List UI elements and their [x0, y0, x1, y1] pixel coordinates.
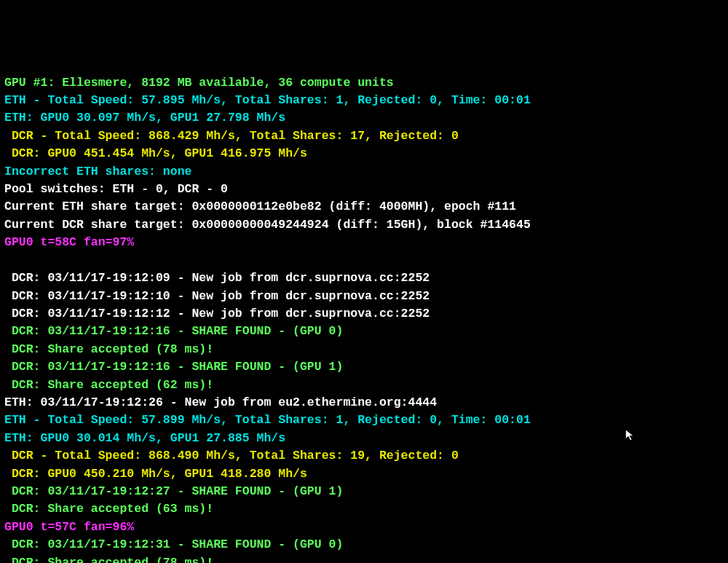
- terminal-line: [4, 252, 724, 269]
- terminal-line: ETH - Total Speed: 57.895 Mh/s, Total Sh…: [4, 92, 724, 109]
- terminal-text: DCR: GPU0 451.454 Mh/s, GPU1 416.975 Mh/…: [4, 146, 307, 160]
- terminal-text: DCR: 03/11/17-19:12:16 - SHARE FOUND - (…: [4, 360, 343, 374]
- terminal-line: GPU #1: Ellesmere, 8192 MB available, 36…: [4, 74, 724, 92]
- terminal-text: GPU #1: Ellesmere, 8192 MB available, 36…: [4, 76, 394, 90]
- terminal-text: DCR: Share accepted (78 ms)!: [4, 342, 213, 356]
- terminal-line: Pool switches: ETH - 0, DCR - 0: [4, 181, 724, 198]
- terminal-line: DCR - Total Speed: 868.429 Mh/s, Total S…: [4, 127, 724, 145]
- terminal-line: DCR: 03/11/17-19:12:10 - New job from dc…: [4, 288, 724, 305]
- terminal-line: DCR - Total Speed: 868.490 Mh/s, Total S…: [4, 447, 724, 465]
- terminal-text: DCR: GPU0 450.210 Mh/s, GPU1 418.280 Mh/…: [4, 467, 307, 481]
- terminal-line: DCR: 03/11/17-19:12:16 - SHARE FOUND - (…: [4, 358, 724, 376]
- terminal-text: DCR: 03/11/17-19:12:31 - SHARE FOUND - (…: [4, 538, 343, 551]
- terminal-line: ETH: GPU0 30.097 Mh/s, GPU1 27.798 Mh/s: [4, 109, 724, 127]
- terminal-text: [4, 253, 12, 267]
- terminal-text: DCR: Share accepted (62 ms)!: [4, 378, 213, 392]
- terminal-line: Incorrect ETH shares: none: [4, 163, 724, 181]
- terminal-text: DCR: 03/11/17-19:12:16 - SHARE FOUND - (…: [4, 324, 343, 338]
- terminal-line: ETH: 03/11/17-19:12:26 - New job from eu…: [4, 394, 724, 412]
- terminal-text: ETH - Total Speed: 57.899 Mh/s, Total Sh…: [4, 413, 531, 427]
- terminal-line: DCR: 03/11/17-19:12:27 - SHARE FOUND - (…: [4, 483, 724, 500]
- terminal-text: DCR: 03/11/17-19:12:10 - New job from dc…: [4, 289, 430, 303]
- terminal-text: ETH: GPU0 30.097 Mh/s, GPU1 27.798 Mh/s: [4, 111, 285, 125]
- terminal-text: DCR: 03/11/17-19:12:12 - New job from dc…: [4, 307, 430, 320]
- terminal-text: DCR: 03/11/17-19:12:27 - SHARE FOUND - (…: [4, 484, 343, 498]
- terminal-text: DCR - Total Speed: 868.429 Mh/s, Total S…: [4, 129, 459, 143]
- terminal-text: DCR - Total Speed: 868.490 Mh/s, Total S…: [4, 449, 459, 462]
- terminal-line: DCR: Share accepted (62 ms)!: [4, 377, 724, 394]
- terminal-line: Current DCR share target: 0x000000000492…: [4, 216, 724, 234]
- terminal-line: DCR: 03/11/17-19:12:16 - SHARE FOUND - (…: [4, 323, 724, 340]
- terminal-line: GPU0 t=57C fan=96%: [4, 519, 724, 536]
- terminal-line: DCR: 03/11/17-19:12:12 - New job from dc…: [4, 305, 724, 323]
- terminal-text: ETH - Total Speed: 57.895 Mh/s, Total Sh…: [4, 93, 531, 107]
- terminal-text: DCR: Share accepted (63 ms)!: [4, 502, 213, 516]
- terminal-text: Incorrect ETH shares: none: [4, 165, 191, 178]
- terminal-line: Current ETH share target: 0x0000000112e0…: [4, 198, 724, 216]
- terminal-text: Current DCR share target: 0x000000000492…: [4, 218, 531, 232]
- terminal-text: GPU0 t=57C fan=96%: [4, 520, 134, 534]
- terminal-line: DCR: GPU0 451.454 Mh/s, GPU1 416.975 Mh/…: [4, 145, 724, 162]
- terminal-text: ETH: 03/11/17-19:12:26 - New job from eu…: [4, 395, 437, 409]
- terminal-text: ETH: GPU0 30.014 Mh/s, GPU1 27.885 Mh/s: [4, 431, 285, 445]
- terminal-line: ETH: GPU0 30.014 Mh/s, GPU1 27.885 Mh/s: [4, 430, 724, 447]
- terminal-line: DCR: 03/11/17-19:12:31 - SHARE FOUND - (…: [4, 536, 724, 554]
- terminal-line: DCR: Share accepted (78 ms)!: [4, 554, 724, 563]
- terminal-line: DCR: GPU0 450.210 Mh/s, GPU1 418.280 Mh/…: [4, 465, 724, 483]
- terminal-text: Pool switches: ETH - 0, DCR - 0: [4, 182, 228, 196]
- terminal-line: DCR: Share accepted (63 ms)!: [4, 500, 724, 518]
- terminal-line: GPU0 t=58C fan=97%: [4, 234, 724, 251]
- terminal-text: GPU0 t=58C fan=97%: [4, 235, 134, 249]
- terminal-text: Current ETH share target: 0x0000000112e0…: [4, 200, 516, 213]
- terminal-line: DCR: Share accepted (78 ms)!: [4, 341, 724, 358]
- terminal-line: DCR: 03/11/17-19:12:09 - New job from dc…: [4, 269, 724, 287]
- terminal-text: DCR: Share accepted (78 ms)!: [4, 556, 213, 563]
- terminal-line: ETH - Total Speed: 57.899 Mh/s, Total Sh…: [4, 412, 724, 429]
- terminal-output: GPU #1: Ellesmere, 8192 MB available, 36…: [4, 74, 724, 563]
- terminal-text: DCR: 03/11/17-19:12:09 - New job from dc…: [4, 271, 430, 285]
